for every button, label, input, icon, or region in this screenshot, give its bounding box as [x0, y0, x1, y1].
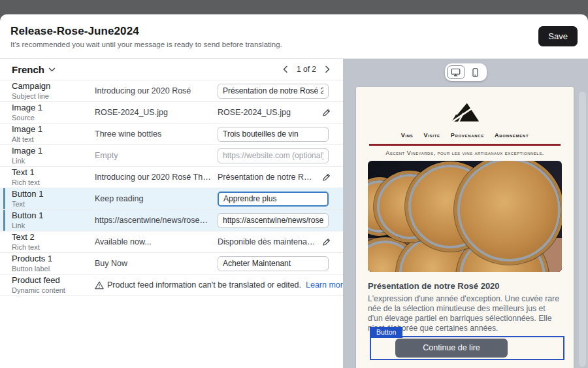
save-button[interactable]: Save: [538, 26, 578, 46]
table-row-button-link: Button 1 Link https://ascentwine/news/ro…: [0, 210, 343, 231]
nav-item-vins[interactable]: Vins: [401, 132, 414, 139]
table-row-button-text: Button 1 Text Keep reading: [0, 188, 343, 210]
page-indicator: 1 of 2: [297, 65, 316, 74]
field-label: Button 1: [12, 211, 95, 220]
mountain-logo-icon: [450, 100, 480, 125]
source-text: Available now...: [95, 237, 218, 246]
translation-text: Disponible dès maintenant...: [218, 237, 316, 246]
pagination: 1 of 2: [282, 64, 331, 75]
nav-item-provenance[interactable]: Provenance: [451, 132, 484, 139]
edit-button[interactable]: [320, 171, 333, 184]
translation-modal: Release-Rose-June2024 It's recommended y…: [0, 14, 588, 368]
field-sublabel: Rich text: [12, 178, 95, 186]
source-text: Introducing our 2020 Rosé: [95, 86, 218, 95]
desktop-toggle-button[interactable]: [447, 65, 465, 79]
field-sublabel: Source: [12, 114, 95, 122]
pencil-icon: [321, 108, 331, 118]
chevron-left-icon: [283, 65, 288, 73]
field-sublabel: Rich text: [12, 243, 95, 251]
field-label: Text 1: [12, 168, 95, 177]
field-label: Text 2: [12, 233, 95, 242]
email-preview-panel: Vins Visite Provenance Abonnement Ascent…: [343, 59, 588, 368]
field-label: Image 1: [12, 125, 95, 134]
table-row-image-alt: Image 1 Alt text Three wine bottles: [0, 124, 343, 145]
field-sublabel: Link: [12, 222, 95, 229]
next-page-button[interactable]: [323, 64, 331, 75]
nav-item-visite[interactable]: Visite: [424, 132, 440, 139]
field-sublabel: Dynamic content: [12, 286, 95, 294]
learn-more-link[interactable]: Learn more: [306, 280, 348, 290]
translation-table-panel: French 1 of 2 Campaign Subject: [0, 59, 343, 368]
table-row-image-source: Image 1 Source ROSE-2024_US.jpg ROSE-202…: [0, 102, 343, 124]
table-row-campaign-subject: Campaign Subject line Introducing our 20…: [0, 80, 343, 102]
field-sublabel: Alt text: [12, 135, 95, 143]
pencil-icon: [321, 237, 331, 247]
field-sublabel: Link: [12, 157, 95, 165]
field-label: Campaign: [12, 82, 95, 91]
table-row-products-button: Products 1 Button label Buy Now: [0, 253, 343, 275]
translation-input-subject[interactable]: [218, 84, 329, 99]
email-preview: Vins Visite Provenance Abonnement Ascent…: [356, 87, 574, 368]
mobile-icon: [472, 68, 478, 77]
panel-header: French 1 of 2: [0, 59, 343, 80]
chevron-down-icon: [48, 67, 56, 72]
preview-scrollbar[interactable]: [579, 92, 586, 367]
modal-header: Release-Rose-June2024 It's recommended y…: [0, 14, 588, 59]
device-toggle: [445, 63, 487, 81]
table-row-text1: Text 1 Rich text Introducing our 2020 Ro…: [0, 167, 343, 188]
notice-text: Product feed information can't be transl…: [107, 280, 301, 290]
translation-text: ROSE-2024_US.jpg: [218, 108, 291, 117]
translation-input-button-text[interactable]: [218, 192, 329, 207]
brand-divider: [369, 144, 561, 146]
source-text: ROSE-2024_US.jpg: [95, 108, 218, 117]
source-text: Empty: [95, 151, 218, 160]
selection-tag: Button: [370, 327, 402, 338]
email-nav: Vins Visite Provenance Abonnement: [356, 132, 574, 139]
field-sublabel: Subject line: [12, 92, 95, 100]
edit-button[interactable]: [320, 236, 333, 248]
page-subtitle: It's recommended you wait until your mes…: [10, 41, 282, 48]
translation-input-image-link[interactable]: [218, 148, 329, 163]
source-text: https://ascentwine/news/rose2024: [95, 216, 218, 225]
table-row-product-feed: Product feed Dynamic content Product fee…: [0, 275, 343, 296]
chevron-right-icon: [325, 65, 330, 73]
table-row-text2: Text 2 Rich text Available now... Dispon…: [0, 231, 343, 253]
nav-item-abonnement[interactable]: Abonnement: [495, 132, 529, 139]
pencil-icon: [321, 173, 331, 182]
field-label: Products 1: [12, 254, 95, 263]
product-feed-notice: Product feed information can't be transl…: [95, 280, 361, 290]
source-text: Keep reading: [95, 194, 218, 203]
field-label: Image 1: [12, 103, 95, 112]
desktop-icon: [451, 68, 461, 76]
source-text: Three wine bottles: [95, 129, 218, 139]
field-sublabel: Button label: [12, 265, 95, 273]
translation-input-alt-text[interactable]: [218, 127, 329, 142]
field-label: Image 1: [12, 146, 95, 156]
field-label: Product feed: [12, 276, 95, 285]
email-heading[interactable]: Présentation de notre Rosé 2020: [368, 281, 562, 291]
warning-triangle-icon: [95, 281, 104, 290]
email-cta-button[interactable]: Continue de lire: [395, 339, 508, 358]
email-tagline: Ascent Vineyards, pour les vins artisana…: [356, 150, 574, 156]
prev-page-button[interactable]: [282, 64, 289, 75]
language-label: French: [12, 64, 44, 75]
translation-text: Présentation de notre Rosé 2020 L'...: [218, 173, 316, 182]
language-dropdown[interactable]: French: [12, 64, 56, 75]
page-title: Release-Rose-June2024: [10, 25, 282, 38]
edit-button[interactable]: [320, 107, 333, 119]
translation-input-button-link[interactable]: [218, 213, 329, 228]
field-label: Button 1: [12, 190, 95, 199]
selected-button-block[interactable]: Button Continue de lire: [370, 336, 564, 360]
field-sublabel: Text: [12, 200, 95, 208]
source-text: Buy Now: [95, 259, 218, 268]
translation-input-products-button[interactable]: [218, 256, 329, 271]
wine-barrels-image[interactable]: [368, 161, 562, 272]
window-top-bar: [0, 0, 588, 14]
table-row-image-link: Image 1 Link Empty: [0, 145, 343, 167]
source-text: Introducing our 2020 Rosé The expressi..…: [95, 173, 218, 182]
mobile-toggle-button[interactable]: [466, 65, 485, 79]
